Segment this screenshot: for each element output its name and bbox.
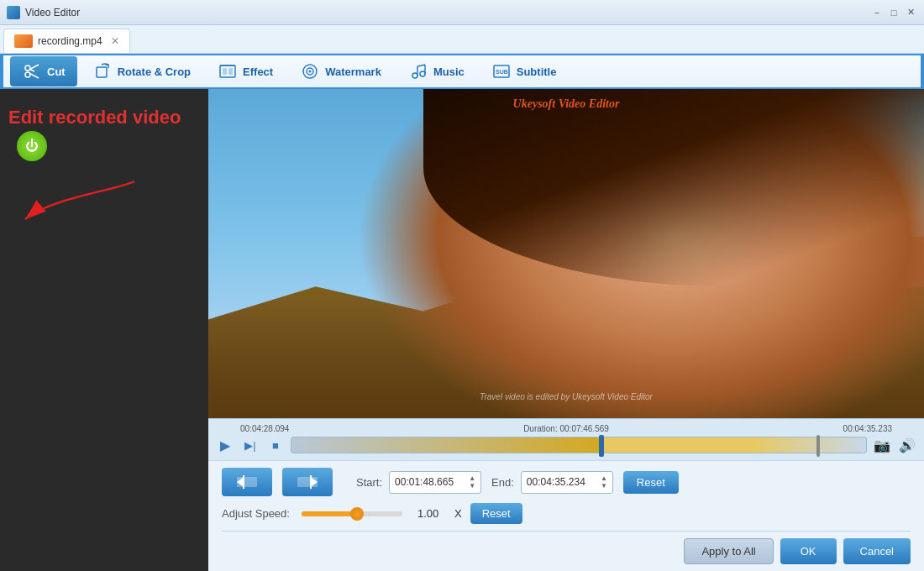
end-label: End: bbox=[491, 476, 514, 489]
timeline-thumb[interactable] bbox=[599, 435, 604, 457]
playback-controls: ▶ ▶| ■ 📷 🔊 bbox=[215, 435, 917, 455]
tab-label: recording.mp4 bbox=[38, 35, 102, 47]
music-button[interactable]: Music bbox=[396, 56, 476, 86]
video-preview: Ukeysoft Video Editor Travel video is ed… bbox=[208, 89, 924, 418]
cut-controls-row: Start: 00:01:48.665 ▲ ▼ End: 00:04:35.23… bbox=[222, 468, 911, 496]
ok-button[interactable]: OK bbox=[780, 538, 837, 564]
speed-slider-thumb[interactable] bbox=[350, 507, 364, 521]
minimize-button[interactable]: − bbox=[870, 6, 884, 19]
tab-bar: recording.mp4 ✕ bbox=[0, 25, 924, 54]
app-watermark: Ukeysoft Video Editor bbox=[513, 97, 620, 111]
speed-slider[interactable] bbox=[302, 511, 402, 516]
timeline-area: 00:04:28.094 Duration: 00:07:46.569 00:0… bbox=[208, 418, 924, 460]
end-up-arrow[interactable]: ▲ bbox=[601, 475, 607, 482]
maximize-button[interactable]: □ bbox=[887, 6, 900, 19]
cut-reset-button[interactable]: Reset bbox=[623, 471, 679, 494]
svg-point-14 bbox=[420, 71, 425, 76]
rotate-crop-label: Rotate & Crop bbox=[118, 65, 191, 78]
bottom-controls: Start: 00:01:48.665 ▲ ▼ End: 00:04:35.23… bbox=[208, 460, 924, 571]
stop-button[interactable]: ■ bbox=[265, 435, 286, 455]
svg-line-4 bbox=[30, 70, 35, 72]
screenshot-button[interactable]: 📷 bbox=[872, 435, 892, 455]
cut-left-button[interactable] bbox=[222, 468, 272, 496]
video-area: Ukeysoft Video Editor Travel video is ed… bbox=[208, 89, 924, 571]
end-spinner[interactable]: ▲ ▼ bbox=[601, 475, 607, 490]
cut-button[interactable]: Cut bbox=[10, 56, 77, 86]
svg-line-2 bbox=[30, 65, 39, 70]
svg-point-13 bbox=[412, 73, 417, 78]
start-spinner[interactable]: ▲ ▼ bbox=[469, 475, 475, 490]
end-time-input[interactable]: 00:04:35.234 ▲ ▼ bbox=[521, 471, 613, 494]
left-panel: Edit recorded video ⏻ bbox=[0, 89, 208, 571]
end-time-value: 00:04:35.234 bbox=[527, 476, 585, 488]
timeline-end-marker bbox=[816, 435, 820, 457]
svg-point-12 bbox=[309, 71, 312, 73]
watermark-icon bbox=[300, 61, 320, 81]
speed-x-label: X bbox=[454, 507, 462, 520]
video-frame bbox=[208, 89, 924, 418]
start-up-arrow[interactable]: ▲ bbox=[469, 475, 475, 482]
timeline-played bbox=[291, 437, 601, 453]
effect-button[interactable]: Effect bbox=[206, 56, 285, 86]
title-bar-controls: − □ ✕ bbox=[870, 6, 917, 19]
time-markers: 00:04:28.094 Duration: 00:07:46.569 00:0… bbox=[215, 424, 917, 433]
cancel-button[interactable]: Cancel bbox=[843, 538, 911, 564]
cut-right-button[interactable] bbox=[282, 468, 333, 496]
speed-reset-button[interactable]: Reset bbox=[470, 503, 522, 524]
svg-text:SUB: SUB bbox=[496, 69, 508, 75]
timeline-track[interactable] bbox=[291, 437, 867, 453]
title-bar: Video Editor − □ ✕ bbox=[0, 0, 924, 25]
svg-rect-7 bbox=[223, 68, 227, 75]
svg-point-0 bbox=[25, 65, 30, 71]
start-label: Start: bbox=[356, 476, 382, 489]
watermark-button[interactable]: Watermark bbox=[288, 56, 393, 86]
window-title: Video Editor bbox=[25, 7, 80, 18]
action-buttons: Apply to All OK Cancel bbox=[222, 531, 911, 564]
svg-line-3 bbox=[30, 74, 39, 79]
time-left: 00:04:28.094 bbox=[240, 424, 289, 433]
speed-controls-row: Adjust Speed: 1.00 X Reset bbox=[222, 503, 911, 524]
toolbar: Cut Rotate & Crop Effect bbox=[2, 54, 922, 89]
subtitle-button[interactable]: SUB Subtitle bbox=[480, 56, 569, 86]
start-down-arrow[interactable]: ▼ bbox=[469, 483, 475, 490]
apply-all-button[interactable]: Apply to All bbox=[684, 538, 773, 564]
main-area: Edit recorded video ⏻ Ukeysoft Vide bbox=[0, 89, 924, 571]
svg-line-17 bbox=[417, 65, 425, 66]
volume-button[interactable]: 🔊 bbox=[897, 435, 917, 455]
subtitle-icon: SUB bbox=[491, 61, 512, 81]
time-right: 00:04:35.233 bbox=[843, 424, 892, 433]
duration-label: Duration: 00:07:46.569 bbox=[523, 424, 609, 433]
play-button[interactable]: ▶ bbox=[215, 435, 235, 455]
step-forward-button[interactable]: ▶| bbox=[240, 435, 260, 455]
title-bar-left: Video Editor bbox=[7, 6, 80, 19]
start-time-input[interactable]: 00:01:48.665 ▲ ▼ bbox=[389, 471, 481, 494]
end-down-arrow[interactable]: ▼ bbox=[601, 483, 607, 490]
tab-close-icon[interactable]: ✕ bbox=[111, 35, 119, 47]
cut-icon bbox=[22, 61, 42, 81]
music-icon bbox=[408, 61, 428, 81]
speed-slider-container[interactable] bbox=[302, 511, 402, 516]
tab-thumbnail bbox=[14, 34, 33, 48]
cut-label: Cut bbox=[47, 65, 66, 78]
music-label: Music bbox=[433, 65, 465, 78]
svg-rect-5 bbox=[97, 67, 107, 77]
power-button: ⏻ bbox=[17, 131, 47, 161]
rotate-crop-button[interactable]: Rotate & Crop bbox=[81, 56, 202, 86]
video-watermark: Travel video is edited by Ukeysoft Video… bbox=[480, 392, 653, 401]
speed-label: Adjust Speed: bbox=[222, 507, 290, 520]
subtitle-label: Subtitle bbox=[517, 65, 557, 78]
rotate-icon bbox=[92, 61, 113, 81]
edit-label: Edit recorded video bbox=[8, 106, 181, 130]
effect-icon bbox=[218, 61, 238, 81]
speed-value: 1.00 bbox=[417, 507, 451, 520]
watermark-label: Watermark bbox=[325, 65, 381, 78]
svg-point-1 bbox=[25, 72, 30, 77]
tab-recording[interactable]: recording.mp4 ✕ bbox=[3, 29, 130, 53]
close-button[interactable]: ✕ bbox=[904, 6, 917, 19]
start-time-value: 00:01:48.665 bbox=[395, 476, 454, 488]
svg-rect-6 bbox=[220, 65, 235, 77]
annotation-arrow bbox=[0, 139, 208, 307]
app-icon bbox=[7, 6, 20, 19]
effect-label: Effect bbox=[243, 65, 273, 78]
svg-rect-8 bbox=[228, 68, 233, 75]
